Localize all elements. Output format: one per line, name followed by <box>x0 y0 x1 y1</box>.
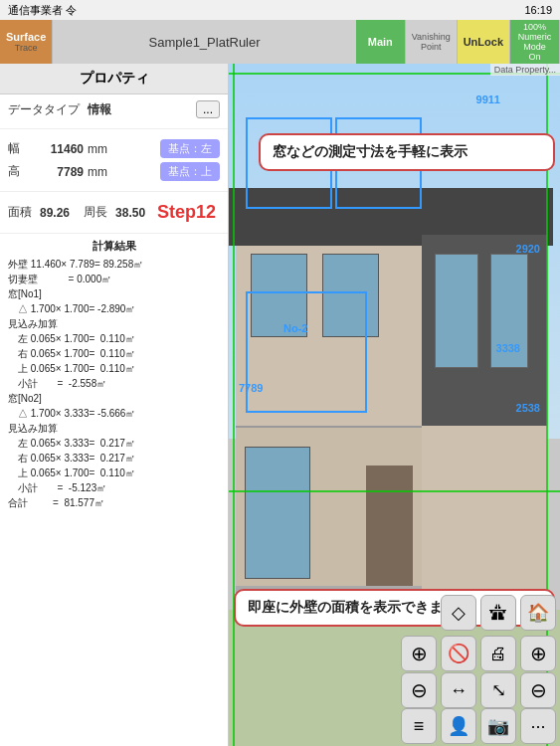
surface-trace-button[interactable]: Surface Trace <box>0 20 53 64</box>
calc-line: △ 1.700× 3.333= -5.666㎡ <box>8 406 220 421</box>
calc-line: 右 0.065× 1.700= 0.110㎡ <box>8 346 220 361</box>
bottom-row-3: ≡ 👤 📷 ··· <box>401 708 556 744</box>
toolbar: Surface Trace Sample1_PlatRuler Main Van… <box>0 20 560 64</box>
calc-line: △ 1.700× 1.700= -2.890㎡ <box>8 301 220 316</box>
calc-line: 外壁 11.460× 7.789= 89.258㎡ <box>8 257 220 272</box>
carrier: 通信事業者 令 <box>8 3 77 18</box>
calc-line: 左 0.065× 1.700= 0.110㎡ <box>8 331 220 346</box>
calc-line: 右 0.065× 3.333= 0.217㎡ <box>8 451 220 466</box>
dim-7789-label: 7789 <box>239 382 263 394</box>
data-property-label: Data Property... <box>490 64 560 76</box>
time: 16:19 <box>524 4 552 16</box>
zoom-out-btn[interactable]: ⊖ <box>520 672 556 708</box>
dim-2538-label: 2538 <box>516 402 540 414</box>
area-section: 面積 89.26 周長 38.50 Step12 <box>0 192 228 234</box>
width-row: 幅 11460 mm 基点：左 <box>8 139 220 158</box>
camera-btn[interactable]: 📷 <box>480 708 516 744</box>
calc-line: 見込み加算 <box>8 421 220 436</box>
dim-9911-label: 9911 <box>476 93 500 105</box>
calculation-section: 計算結果 外壁 11.460× 7.789= 89.258㎡切妻壁 = 0.00… <box>0 234 228 514</box>
ellipsis-button[interactable]: ... <box>196 100 220 118</box>
window-upper-mid <box>322 254 378 338</box>
calc-line: 上 0.065× 1.700= 0.110㎡ <box>8 466 220 480</box>
subtract-circle-btn[interactable]: ⊖ <box>401 672 437 708</box>
main-button[interactable]: Main <box>356 20 406 64</box>
road-icon-btn[interactable]: 🛣 <box>480 595 516 631</box>
calc-line: 見込み加算 <box>8 316 220 331</box>
calc-line: 左 0.065× 3.333= 0.217㎡ <box>8 436 220 451</box>
height-row: 高 7789 mm 基点：上 <box>8 162 220 181</box>
expand-btn[interactable]: ↔ <box>441 672 476 708</box>
data-type-section: データタイプ 情報 ... <box>0 94 228 129</box>
no-sign-btn[interactable]: 🚫 <box>441 636 476 671</box>
calc-line: 窓[No2] <box>8 391 220 406</box>
person-btn[interactable]: 👤 <box>441 708 476 744</box>
zoom-in-btn[interactable]: ⊕ <box>520 636 556 671</box>
house-dark-section <box>422 235 546 426</box>
status-bar: 通信事業者 令 16:19 <box>0 0 560 20</box>
kiten-left-button[interactable]: 基点：左 <box>160 139 220 158</box>
dim-3338-label: 3338 <box>496 342 520 354</box>
calculation-lines: 外壁 11.460× 7.789= 89.258㎡切妻壁 = 0.000㎡窓[N… <box>8 257 220 510</box>
main-content: プロパティ データタイプ 情報 ... 幅 11460 mm 基点：左 高 77… <box>0 64 560 746</box>
window-lower-big <box>245 447 310 579</box>
property-panel: プロパティ データタイプ 情報 ... 幅 11460 mm 基点：左 高 77… <box>0 64 229 746</box>
property-header: プロパティ <box>0 64 228 94</box>
vanishing-point-section: Vanishing Point <box>406 20 458 64</box>
home-icon-btn[interactable]: 🏠 <box>520 595 556 631</box>
dim-2920-label: 2920 <box>516 243 540 255</box>
bottom-row-1: ⊕ 🚫 🖨 ⊕ <box>401 636 556 671</box>
calc-line: 切妻壁 = 0.000㎡ <box>8 272 220 286</box>
no2-label: No-2 <box>283 322 307 334</box>
dimensions-section: 幅 11460 mm 基点：左 高 7789 mm 基点：上 <box>0 129 228 192</box>
calc-line: 上 0.065× 1.700= 0.110㎡ <box>8 361 220 376</box>
calc-line: 合計 = 81.577㎡ <box>8 495 220 510</box>
icon-row-top: ◇ 🛣 🏠 <box>441 595 556 631</box>
calc-line: 小計 = -2.558㎡ <box>8 376 220 391</box>
window-dark-left <box>435 254 478 368</box>
arrows-btn[interactable]: ⤡ <box>480 672 516 708</box>
house-body <box>236 235 547 617</box>
tooltip-measurement: 窓などの測定寸法を手軽に表示 <box>259 133 555 171</box>
more-btn[interactable]: ··· <box>520 708 556 744</box>
kiten-top-button[interactable]: 基点：上 <box>160 162 220 181</box>
calc-line: 窓[No1] <box>8 286 220 301</box>
bottom-row-2: ⊖ ↔ ⤡ ⊖ <box>401 672 556 708</box>
diamond-icon-btn[interactable]: ◇ <box>441 595 476 631</box>
print-btn[interactable]: 🖨 <box>480 636 516 671</box>
add-circle-btn[interactable]: ⊕ <box>401 636 437 671</box>
toolbar-title: Sample1_PlatRuler <box>53 20 355 64</box>
unlock-button[interactable]: UnLock <box>458 20 510 64</box>
numeric-mode-section: 100% Numeric Mode On <box>510 20 560 64</box>
image-panel: 9911 2920 7789 3338 2538 No-1 No-2 窓などの測… <box>229 64 560 746</box>
list-btn[interactable]: ≡ <box>401 708 437 744</box>
calc-line: 小計 = -5.123㎡ <box>8 480 220 495</box>
